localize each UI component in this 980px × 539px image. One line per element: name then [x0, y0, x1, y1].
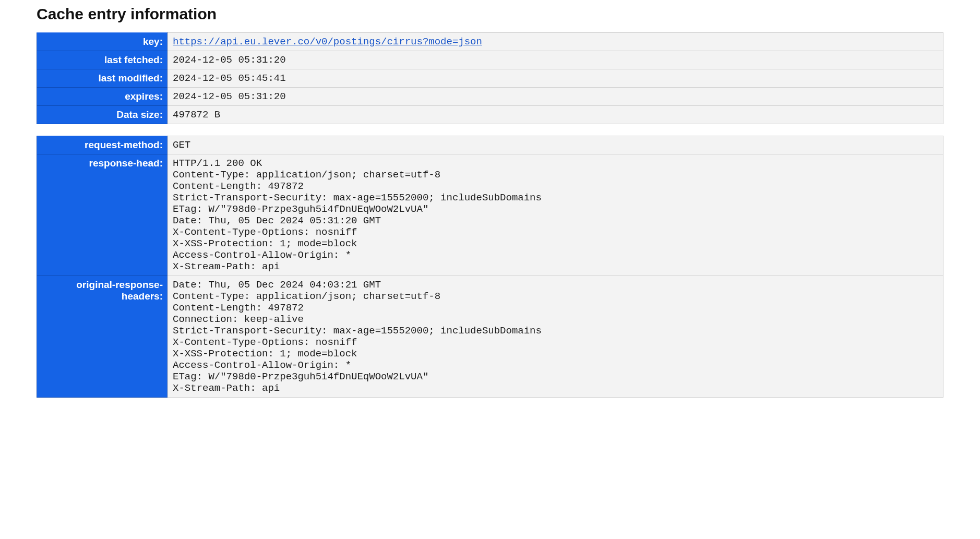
entry-info-tbody: key:https://api.eu.lever.co/v0/postings/…: [37, 33, 943, 124]
table-row: request-method:GET: [37, 136, 943, 154]
row-label-data-size: Data size:: [37, 106, 168, 124]
table-row: Data size:497872 B: [37, 106, 943, 124]
table-row: key:https://api.eu.lever.co/v0/postings/…: [37, 33, 943, 51]
table-row: last fetched:2024-12-05 05:31:20: [37, 51, 943, 69]
row-label-last-modified: last modified:: [37, 69, 168, 88]
row-label-last-fetched: last fetched:: [37, 51, 168, 69]
row-label-original-response-headers: original-response-headers:: [37, 276, 168, 398]
row-label-key: key:: [37, 33, 168, 51]
table-row: original-response-headers:Date: Thu, 05 …: [37, 276, 943, 398]
meta-info-table: request-method:GETresponse-head:HTTP/1.1…: [37, 136, 943, 398]
entry-info-table: key:https://api.eu.lever.co/v0/postings/…: [37, 32, 943, 124]
row-value-last-fetched: 2024-12-05 05:31:20: [168, 51, 943, 69]
row-label-response-head: response-head:: [37, 154, 168, 276]
page-title: Cache entry information: [37, 5, 943, 23]
cache-key-link[interactable]: https://api.eu.lever.co/v0/postings/cirr…: [173, 36, 482, 47]
row-value-data-size: 497872 B: [168, 106, 943, 124]
row-label-request-method: request-method:: [37, 136, 168, 154]
cache-entry-page: Cache entry information key:https://api.…: [0, 0, 980, 430]
meta-info-tbody: request-method:GETresponse-head:HTTP/1.1…: [37, 136, 943, 398]
row-value-last-modified: 2024-12-05 05:45:41: [168, 69, 943, 88]
row-label-expires: expires:: [37, 88, 168, 106]
row-value-expires: 2024-12-05 05:31:20: [168, 88, 943, 106]
table-row: response-head:HTTP/1.1 200 OK Content-Ty…: [37, 154, 943, 276]
row-value-response-head: HTTP/1.1 200 OK Content-Type: applicatio…: [168, 154, 943, 276]
table-row: last modified:2024-12-05 05:45:41: [37, 69, 943, 88]
row-value-original-response-headers: Date: Thu, 05 Dec 2024 04:03:21 GMT Cont…: [168, 276, 943, 398]
table-row: expires:2024-12-05 05:31:20: [37, 88, 943, 106]
row-value-request-method: GET: [168, 136, 943, 154]
row-value-key: https://api.eu.lever.co/v0/postings/cirr…: [168, 33, 943, 51]
